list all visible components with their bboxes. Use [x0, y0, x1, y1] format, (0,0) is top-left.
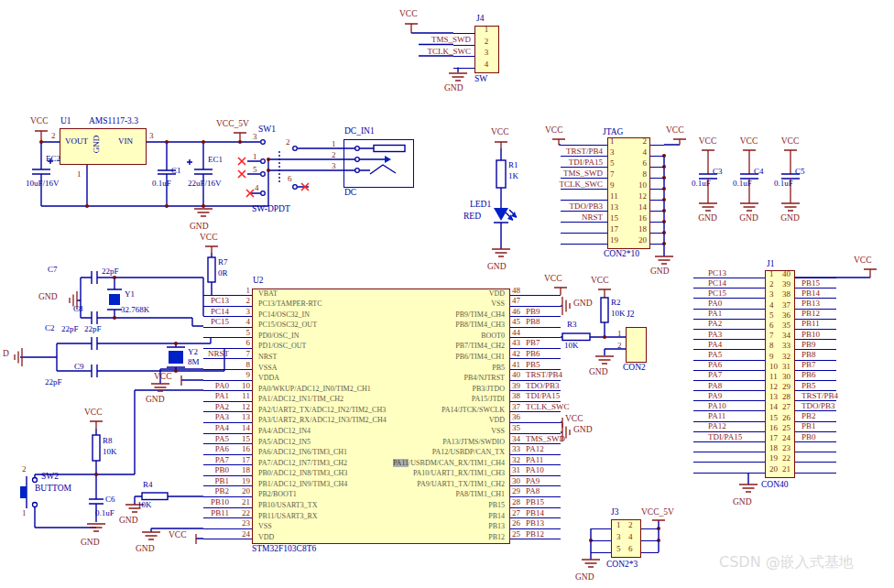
- sw1-pin6: 6: [288, 175, 292, 183]
- wire-stub: [650, 189, 664, 190]
- decoupling-cap: VCC C4 0.1uF GND: [728, 137, 769, 225]
- y1-ref: Y1: [125, 290, 135, 299]
- pin-number: 15: [234, 435, 250, 443]
- net-label: PA12: [526, 445, 544, 453]
- u1-pin-gnd: GND: [93, 133, 101, 157]
- net-label: PB9: [801, 341, 816, 349]
- pin-number: 21: [778, 465, 790, 474]
- net-label: TMS_SWD: [412, 36, 471, 44]
- dc-pin3: 3: [332, 162, 336, 170]
- gnd-label: GND: [728, 214, 769, 223]
- pin-number: 47: [512, 297, 525, 305]
- gnd-label: GND: [650, 267, 670, 277]
- pin-number: 2: [628, 521, 638, 529]
- wire-stub: [795, 441, 836, 442]
- c8-ref: C8: [73, 305, 83, 313]
- net-label: TRST/PB4: [545, 147, 603, 156]
- vcc-label: VCC: [84, 408, 103, 418]
- pin-name: PA14/JTCK/SWCLK: [442, 407, 505, 414]
- pin-number: 6: [636, 159, 647, 168]
- net-label: PB5: [801, 382, 816, 390]
- u1-pin3-num: 3: [149, 132, 154, 140]
- decoupling-cap: VCC C3 0.1uF GND: [687, 137, 728, 225]
- pin-number: 20: [636, 236, 647, 245]
- pin-number: 38: [778, 290, 790, 299]
- net-label: TRST/PB4: [526, 371, 562, 379]
- net-label: TDO/PB3: [526, 382, 560, 390]
- vcc5v-label: VCC_5V: [641, 508, 674, 517]
- wire-stub: [203, 358, 252, 359]
- pin-number: 13: [234, 413, 250, 421]
- j4-pin-rows: 1 TMS_SWD 2 TCLK_SWC 3 4: [412, 27, 513, 73]
- wire-stub: [561, 233, 607, 234]
- j3-ref: J3: [611, 508, 618, 517]
- pin-number: 14: [234, 424, 250, 432]
- net-label: TCLK_SWC: [412, 48, 471, 56]
- net-label: PA7: [119, 456, 229, 464]
- wire-stub: [641, 540, 659, 541]
- wire-stub: [693, 473, 765, 474]
- pin-name: PB3/JTDO: [472, 386, 505, 393]
- wire-stub: [561, 200, 607, 201]
- pin-number: 22: [234, 509, 250, 517]
- pin-name: PD1/OSC_OUT: [258, 343, 306, 350]
- pin-name: PA4/ADC12_IN4: [258, 428, 311, 435]
- c9-ref: C9: [74, 363, 84, 371]
- pin-number: 11: [610, 192, 621, 201]
- jtag-ref: JTAG: [603, 128, 623, 137]
- vcc-label: VCC: [169, 531, 187, 540]
- wire-stub: [795, 462, 836, 463]
- wire-stub: [561, 156, 607, 157]
- pin-number: 30: [778, 373, 790, 381]
- wire-stub: [561, 244, 607, 245]
- r8-ref: R8: [103, 437, 113, 445]
- net-label: TCLK_SWC: [545, 180, 603, 189]
- pin-name: PA15/JTDI: [472, 396, 505, 403]
- j1-ref: J1: [767, 260, 774, 269]
- dcjack-part: DC: [344, 189, 356, 198]
- pin-number: 39: [778, 280, 790, 289]
- pin-number: 41: [512, 361, 525, 369]
- r7-ref: R7: [218, 258, 228, 267]
- net-label: PB7: [801, 361, 816, 369]
- pin-number: 6: [234, 339, 250, 347]
- u2-part: STM32F103C8T6: [252, 545, 316, 554]
- r1-ref: R1: [508, 161, 518, 169]
- sw1-pin2: 2: [286, 138, 290, 147]
- wire-stub: [453, 45, 474, 46]
- pin-number: 4: [481, 60, 492, 69]
- vcc-label: VCC: [591, 277, 609, 286]
- net-label: PB2: [119, 487, 229, 495]
- net-label: PA0: [708, 299, 763, 308]
- pin-number: 8: [234, 361, 250, 369]
- pin-name: PB8/TIM4_CH3: [455, 321, 505, 329]
- pin-number: 2: [481, 38, 492, 46]
- net-label: PA11: [526, 456, 543, 464]
- pin-name: PA13/JTMS/SWDIO: [442, 439, 505, 446]
- gnd-label: GND: [769, 214, 811, 223]
- net-label: TMS_SWD: [545, 169, 603, 178]
- y2-value: 8M: [188, 358, 200, 366]
- pin-name: PB10/USART3_TX: [258, 502, 317, 509]
- net-label: TDO/PB3: [801, 402, 835, 410]
- vcc-label: VCC: [154, 373, 172, 382]
- pin-number: 29: [512, 487, 525, 495]
- ec2-value: 10uF/16V: [26, 180, 60, 188]
- pin-number: 38: [512, 392, 525, 400]
- pin-number: 9: [234, 371, 250, 379]
- net-label: PB15: [526, 498, 544, 506]
- pin-number: 32: [512, 456, 525, 464]
- wire-stub: [641, 552, 659, 553]
- pin-number: 31: [512, 466, 525, 474]
- wire-stub: [561, 189, 607, 190]
- j4-ref: J4: [476, 15, 484, 24]
- net-label: NRST: [119, 350, 229, 358]
- pin-number: 45: [512, 318, 525, 326]
- led-color: RED: [463, 212, 481, 222]
- con40-pin-rows: PC13 1 40 PC14 2 39 PB15 PC15 3 38 PB14 …: [673, 272, 879, 477]
- net-label: PA11: [708, 412, 763, 420]
- vcc-label: VCC: [687, 137, 728, 147]
- wire-stub: [693, 452, 765, 452]
- sw2-pin2: 2: [22, 465, 27, 474]
- pin-number: 20: [234, 487, 250, 495]
